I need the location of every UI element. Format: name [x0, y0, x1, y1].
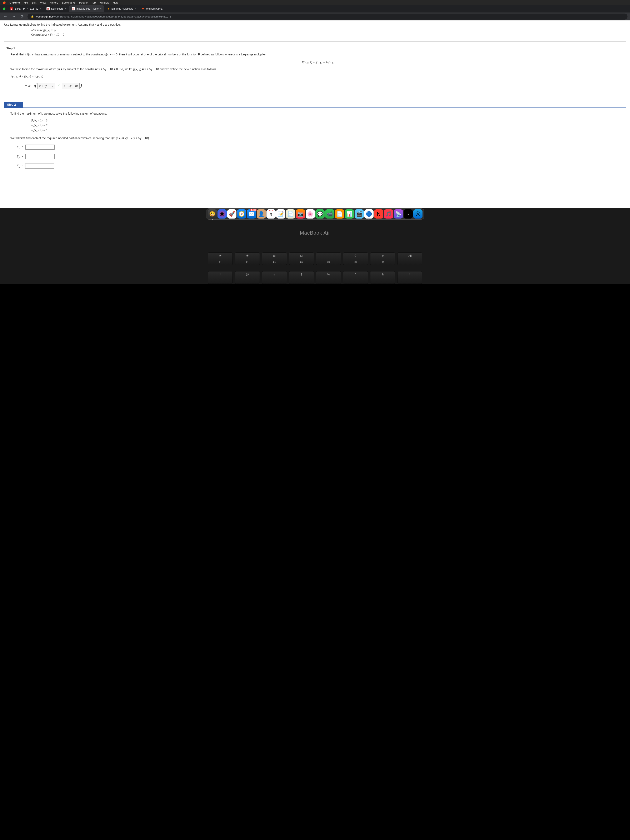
url-path: /web/Student/Assignment-Responses/submit…: [53, 15, 171, 18]
key-4: $: [289, 271, 314, 284]
fl-input[interactable]: [25, 164, 54, 169]
question-intro: Use Lagrange multipliers to find the ind…: [4, 23, 626, 26]
fy-input[interactable]: [25, 154, 55, 159]
menu-window[interactable]: Window: [99, 1, 109, 4]
menu-view[interactable]: View: [40, 1, 46, 4]
step2-header: Step 2: [4, 102, 23, 107]
system-eq1: Fx(x, y, λ) = 0: [31, 118, 626, 123]
key-5: %: [316, 271, 341, 284]
tab-title: Dashboard: [51, 7, 63, 10]
dock-facetime[interactable]: 📹: [325, 209, 335, 218]
menu-help[interactable]: Help: [113, 1, 118, 4]
dock-appstore[interactable]: Ⓐ: [413, 209, 423, 218]
page-content: Use Lagrange multipliers to find the ind…: [0, 21, 630, 208]
dock-photobooth[interactable]: 📷: [296, 209, 305, 218]
step1-eq2-prefix: = xy − λ: [25, 84, 35, 87]
dock-mail[interactable]: ✉️6,636: [247, 209, 256, 218]
window-controls: [1, 8, 8, 10]
answer-box-2: x + 5y − 10: [62, 83, 80, 89]
system-eq2: Fy(x, y, λ) = 0: [31, 123, 626, 128]
fx-row: Fx =: [17, 144, 626, 150]
keyboard-fn-row: ☀F1 ☀F2 ⊞F3 ⊟F4 F5 ☾F6 ◃◃F7 ▷II: [0, 248, 630, 269]
favicon-wolfram: ✱: [141, 7, 145, 10]
dock-safari[interactable]: 🧭: [237, 209, 246, 218]
dock-numbers[interactable]: 📊: [345, 209, 354, 218]
tab-inbox[interactable]: M Inbox (2,960) - ktinc ×: [69, 5, 104, 12]
dock-music[interactable]: 🎵: [384, 209, 393, 218]
favicon-gmail: M: [72, 7, 75, 10]
step2-text1: To find the maximum of f, we must solve …: [10, 111, 626, 116]
key-f1: ☀F1: [208, 253, 233, 265]
menu-edit[interactable]: Edit: [32, 1, 36, 4]
tab-sakai[interactable]: B Sakai : MTH_116_02 ×: [8, 5, 44, 12]
key-f2: ☀F2: [235, 253, 260, 265]
dock-tv[interactable]: tv: [404, 209, 413, 218]
tab-title: Sakai : MTH_116_02: [15, 7, 38, 10]
answer-box-1: x + 5y − 10: [37, 83, 55, 89]
dock-pages[interactable]: 📄: [335, 209, 344, 218]
fl-row: Fλ =: [17, 163, 626, 169]
tab-title: Wolfram|Alpha: [146, 7, 162, 10]
constraint-line: Constraint: x + 5y − 10 = 0: [31, 33, 626, 37]
mail-badge: 6,636: [250, 209, 257, 211]
step1-formula1: F(x, y, λ) = f(x, y) − λg(x, y): [10, 60, 626, 65]
menu-people[interactable]: People: [79, 1, 87, 4]
dock-podcasts[interactable]: 📡: [394, 209, 403, 218]
dock-chrome[interactable]: 🔵: [365, 209, 374, 218]
back-button[interactable]: ←: [3, 14, 8, 19]
tab-title: lagrange multipliers: [112, 7, 133, 10]
macos-menubar: 🍎 Chrome File Edit View History Bookmark…: [0, 0, 630, 5]
step1-text1: Recall that if f(x, y) has a maximum or …: [10, 52, 626, 57]
dock-messages[interactable]: 💬: [316, 209, 325, 218]
tab-lagrange[interactable]: ✷ lagrange multipliers ×: [104, 5, 139, 12]
favicon-symbolab: ✷: [107, 7, 110, 10]
key-8: *: [397, 271, 422, 284]
key-f6: ☾F6: [343, 253, 368, 265]
menu-app[interactable]: Chrome: [9, 1, 20, 4]
menu-history[interactable]: History: [50, 1, 58, 4]
apple-menu[interactable]: 🍎: [3, 1, 6, 4]
dock-finder[interactable]: 😃: [208, 209, 217, 218]
dock-contacts[interactable]: 👤: [257, 209, 266, 218]
maximize-line: Maximize f(x, y) = xy: [31, 28, 626, 33]
traffic-green[interactable]: [3, 8, 5, 10]
dock-launchpad[interactable]: 🚀: [227, 209, 237, 218]
key-7: &: [370, 271, 395, 284]
cal-month: MAR: [269, 210, 273, 212]
menu-file[interactable]: File: [24, 1, 28, 4]
lock-icon: 🔒: [31, 15, 34, 18]
close-icon[interactable]: ×: [65, 7, 67, 10]
forward-button[interactable]: →: [11, 14, 17, 19]
key-f5: F5: [316, 253, 341, 265]
reload-button[interactable]: ⟳: [19, 14, 25, 19]
url-domain: webassign.net: [36, 15, 53, 18]
close-icon[interactable]: ×: [40, 7, 41, 10]
tab-wolfram[interactable]: ✱ Wolfram|Alpha: [139, 5, 165, 12]
close-icon[interactable]: ×: [100, 7, 102, 10]
laptop-model: MacBook Air: [0, 230, 630, 236]
dock-notes[interactable]: 📄: [286, 209, 295, 218]
key-f7: ◃◃F7: [370, 253, 395, 265]
menu-bookmarks[interactable]: Bookmarks: [62, 1, 76, 4]
dock: 😃 ◉ 🚀 🧭 ✉️6,636 👤 MAR 9 📝 📄 📷 🌸 💬 📹 📄 📊 …: [0, 208, 630, 219]
key-3: #: [262, 271, 287, 284]
dock-keynote[interactable]: 🎬: [355, 209, 364, 218]
dock-siri[interactable]: ◉: [218, 209, 227, 218]
cal-day: 9: [270, 212, 272, 218]
tab-title: Inbox (2,960) - ktinc: [76, 7, 98, 10]
step1-text2: We wish to find the maximum of f(x, y) =…: [10, 67, 626, 72]
dock-netflix[interactable]: N: [374, 209, 383, 218]
dock-photos[interactable]: 🌸: [306, 209, 315, 218]
step1-eq1: F(x, y, λ) = f(x, y) − λg(x, y): [10, 74, 626, 79]
address-bar[interactable]: 🔒 webassign.net/web/Student/Assignment-R…: [27, 14, 627, 20]
tab-dashboard[interactable]: B Dashboard ×: [44, 5, 69, 12]
dock-reminders[interactable]: 📝: [276, 209, 286, 218]
fx-input[interactable]: [25, 145, 55, 150]
dock-calendar[interactable]: MAR 9: [267, 209, 276, 218]
close-icon[interactable]: ×: [134, 7, 136, 10]
menu-tab[interactable]: Tab: [91, 1, 96, 4]
key-f8: ▷II: [397, 253, 422, 265]
step2-text2: We will first find each of the required …: [10, 136, 626, 141]
key-1: !: [208, 271, 233, 284]
key-2: @: [235, 271, 260, 284]
